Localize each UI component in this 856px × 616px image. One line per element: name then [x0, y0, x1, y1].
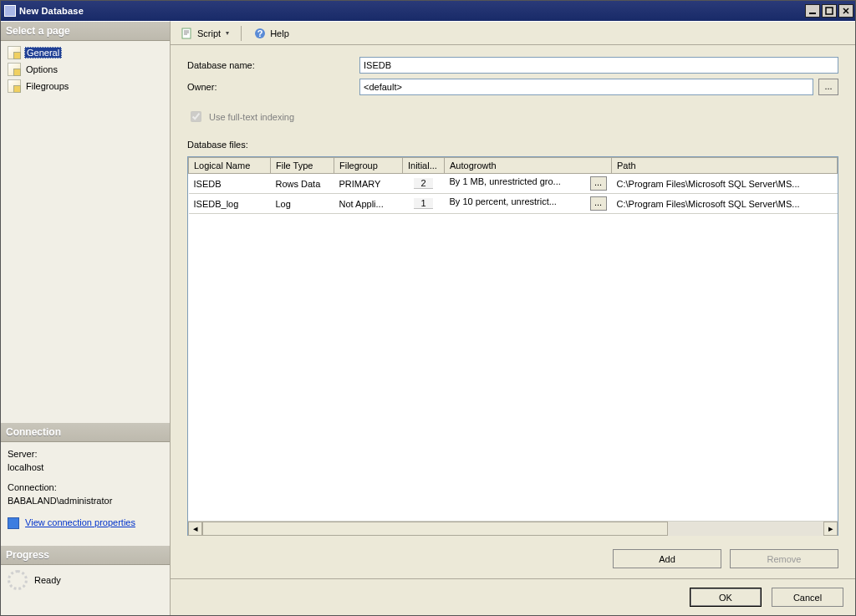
view-connection-props-link[interactable]: View connection properties	[25, 517, 135, 527]
window-title: New Database	[19, 6, 803, 16]
autogrowth-ellipsis-button[interactable]: ...	[590, 176, 607, 191]
svg-rect-1	[826, 8, 833, 14]
fulltext-checkbox	[191, 111, 201, 122]
sidebar-item-label: Filegroups	[24, 81, 70, 91]
script-icon	[181, 27, 194, 40]
cell-file-type[interactable]: Rows Data	[271, 174, 334, 194]
scroll-left-button[interactable]: ◂	[188, 522, 202, 536]
col-logical-name[interactable]: Logical Name	[189, 158, 271, 174]
cell-logical-name[interactable]: ISEDB	[189, 174, 271, 194]
dbname-input[interactable]	[359, 57, 838, 74]
connection-header: Connection	[1, 423, 170, 442]
svg-rect-4	[182, 28, 191, 38]
remove-button: Remove	[730, 549, 838, 568]
cell-logical-name[interactable]: ISEDB_log	[189, 194, 271, 214]
progress-spinner-icon	[8, 570, 28, 590]
owner-input[interactable]	[359, 79, 813, 95]
script-button[interactable]: Script ▾	[177, 25, 232, 42]
database-files-label: Database files:	[187, 140, 838, 150]
cell-path[interactable]: C:\Program Files\Microsoft SQL Server\MS…	[612, 194, 838, 214]
toolbar-separator	[241, 26, 242, 41]
svg-text:?: ?	[257, 28, 263, 38]
close-button[interactable]	[838, 4, 853, 18]
col-file-type[interactable]: File Type	[271, 158, 334, 174]
page-icon	[8, 79, 21, 93]
new-database-window: New Database Select a page General Optio…	[0, 0, 856, 616]
col-initial[interactable]: Initial...	[403, 158, 445, 174]
connection-value: BABALAND\administrator	[8, 494, 163, 507]
col-path[interactable]: Path	[612, 158, 838, 174]
scroll-thumb[interactable]	[202, 522, 668, 536]
chevron-down-icon: ▾	[226, 29, 229, 37]
scroll-right-button[interactable]: ▸	[823, 522, 838, 536]
dialog-footer: OK Cancel	[171, 578, 855, 615]
dbname-label: Database name:	[187, 60, 354, 70]
progress-header: Progress	[1, 546, 170, 565]
sidebar-item-general[interactable]: General	[6, 44, 165, 61]
owner-row: Owner: ...	[187, 79, 838, 95]
cell-autogrowth[interactable]: ...By 10 percent, unrestrict...	[445, 194, 612, 214]
ok-button[interactable]: OK	[690, 588, 762, 607]
cell-file-type[interactable]: Log	[271, 194, 334, 214]
minimize-button[interactable]	[805, 4, 820, 18]
sidebar: Select a page General Options Filegroups…	[1, 21, 171, 615]
grid-actions: Add Remove	[187, 541, 838, 572]
cell-filegroup[interactable]: PRIMARY	[334, 174, 403, 194]
autogrowth-ellipsis-button[interactable]: ...	[590, 196, 607, 211]
connection-panel: Server: localhost Connection: BABALAND\a…	[1, 442, 170, 534]
content-pane: Script ▾ ? Help Database name: Owner:	[171, 21, 855, 615]
owner-browse-button[interactable]: ...	[818, 79, 838, 95]
view-connection-properties[interactable]: View connection properties	[8, 516, 163, 529]
table-row[interactable]: ISEDB_log Log Not Appli... 1 ...By 10 pe…	[189, 194, 838, 214]
horizontal-scrollbar[interactable]: ◂ ▸	[188, 521, 838, 535]
add-button[interactable]: Add	[613, 549, 721, 568]
sidebar-item-label: General	[24, 47, 62, 59]
col-autogrowth[interactable]: Autogrowth	[445, 158, 612, 174]
dbname-row: Database name:	[187, 57, 838, 74]
sidebar-item-options[interactable]: Options	[6, 61, 165, 78]
table-row[interactable]: ISEDB Rows Data PRIMARY 2 ...By 1 MB, un…	[189, 174, 838, 194]
cell-autogrowth[interactable]: ...By 1 MB, unrestricted gro...	[445, 174, 612, 194]
cell-filegroup[interactable]: Not Appli...	[334, 194, 403, 214]
sidebar-item-label: Options	[24, 64, 59, 74]
form-area: Database name: Owner: ... Use full-text …	[171, 45, 855, 578]
cell-initial[interactable]: 2	[403, 174, 445, 194]
toolbar: Script ▾ ? Help	[171, 22, 855, 45]
server-value: localhost	[8, 461, 163, 474]
grid-header-row: Logical Name File Type Filegroup Initial…	[189, 158, 838, 174]
connection-label: Connection:	[8, 481, 163, 494]
help-icon: ?	[253, 27, 267, 40]
script-label: Script	[197, 28, 221, 38]
col-filegroup[interactable]: Filegroup	[334, 158, 403, 174]
help-label: Help	[270, 28, 289, 38]
title-bar: New Database	[1, 1, 855, 21]
database-files-grid-wrap: Logical Name File Type Filegroup Initial…	[187, 156, 838, 536]
page-nav: General Options Filegroups	[1, 41, 170, 98]
fulltext-row: Use full-text indexing	[187, 109, 838, 125]
progress-panel: Ready	[1, 565, 170, 595]
select-page-header: Select a page	[1, 22, 170, 41]
page-icon	[8, 63, 21, 76]
maximize-button[interactable]	[822, 4, 837, 18]
fulltext-label: Use full-text indexing	[209, 112, 294, 122]
database-files-grid[interactable]: Logical Name File Type Filegroup Initial…	[188, 157, 838, 214]
connection-icon	[8, 517, 19, 529]
cell-initial[interactable]: 1	[403, 194, 445, 214]
svg-rect-0	[809, 13, 816, 14]
scroll-track[interactable]	[202, 522, 823, 536]
page-icon	[8, 46, 21, 59]
server-label: Server:	[8, 447, 163, 461]
progress-status: Ready	[34, 575, 61, 585]
owner-label: Owner:	[187, 82, 354, 92]
sidebar-item-filegroups[interactable]: Filegroups	[6, 78, 165, 94]
help-button[interactable]: ? Help	[250, 25, 293, 42]
cell-path[interactable]: C:\Program Files\Microsoft SQL Server\MS…	[612, 174, 838, 194]
cancel-button[interactable]: Cancel	[772, 588, 843, 607]
window-icon	[4, 5, 16, 17]
